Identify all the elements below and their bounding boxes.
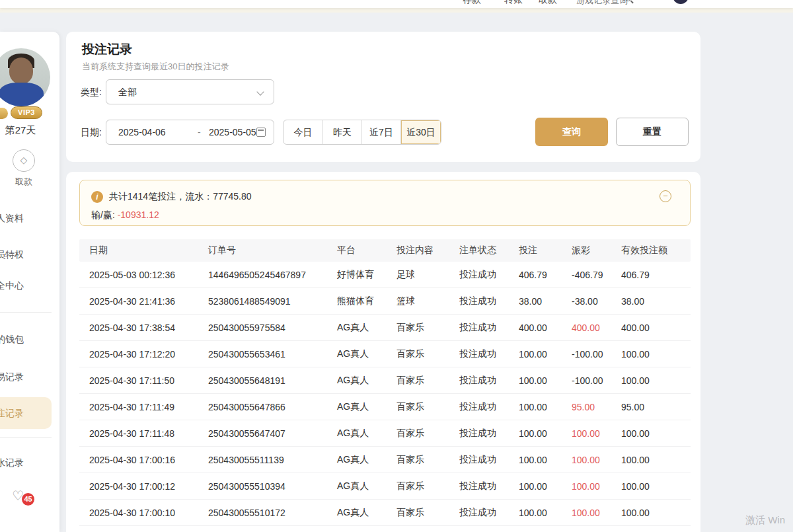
table-header-cell: 投注 <box>519 245 572 256</box>
cell-date: 2025-04-30 17:00:16 <box>89 455 208 465</box>
cell-order: 250430055647407 <box>208 428 337 439</box>
nav-user-avatar[interactable] <box>673 0 689 4</box>
summary-turnover-value: 77745.80 <box>213 191 251 202</box>
summary-line2: 输/赢: -10931.12 <box>91 209 159 221</box>
info-icon: i <box>91 191 103 203</box>
vip-badge: VIP3 <box>11 106 42 119</box>
table-header-cell: 日期 <box>89 245 208 256</box>
cell-platform: AG真人 <box>337 454 397 466</box>
cell-date: 2025-04-30 21:41:36 <box>89 296 208 307</box>
cell-platform: AG真人 <box>337 348 397 360</box>
sidebar: VIP3 第27天 ◇ 取款 个人资料 会员特权 安全中心 我的钱包 交易记录 … <box>0 32 59 532</box>
page-title: 投注记录 <box>82 41 132 58</box>
summary-winloss-label: 输/赢: <box>91 209 118 220</box>
cell-status: 投注成功 <box>459 322 519 334</box>
nav-item-withdraw[interactable]: 取款 <box>539 0 557 6</box>
table-header-cell: 注单状态 <box>459 245 519 256</box>
cell-date: 2025-04-30 17:00:12 <box>89 481 208 492</box>
cell-content: 百家乐 <box>397 322 459 334</box>
cell-content: 百家乐 <box>397 375 459 387</box>
quick-action-withdraw[interactable]: ◇ 取款 <box>0 149 48 188</box>
notification-badge: 45 <box>22 493 34 506</box>
sidebar-item-profile[interactable]: 个人资料 <box>0 207 24 229</box>
cell-content: 百家乐 <box>397 428 459 439</box>
filter-card: 投注记录 当前系统支持查询最近30日的投注记录 类型: 全部 日期: 2025-… <box>66 32 700 162</box>
cell-bet: 100.00 <box>519 402 572 412</box>
avatar-face <box>9 57 33 84</box>
cell-bet: 100.00 <box>519 481 572 492</box>
calendar-icon[interactable] <box>256 128 266 137</box>
table-row: 2025-04-30 17:12:20250430055653461AG真人百家… <box>79 341 691 367</box>
cell-status: 投注成功 <box>459 401 519 413</box>
cell-payout: -406.79 <box>572 270 621 280</box>
cell-status: 投注成功 <box>459 295 519 307</box>
type-select[interactable]: 全部 <box>106 79 274 104</box>
avatar-shirt <box>0 83 44 106</box>
cell-date: 2025-04-30 17:11:48 <box>89 428 208 439</box>
cell-bet: 100.00 <box>519 455 572 465</box>
cell-payout: 100.00 <box>572 428 621 439</box>
table-row: 2025-04-30 17:38:54250430055975584AG真人百家… <box>79 315 691 341</box>
range-yesterday-button[interactable]: 昨天 <box>322 120 361 144</box>
sidebar-item-wallet[interactable]: 我的钱包 <box>0 328 24 350</box>
chevron-down-icon <box>256 88 264 95</box>
cell-platform: AG真人 <box>337 322 397 334</box>
date-label: 日期: <box>81 127 102 139</box>
cell-content: 篮球 <box>397 295 459 307</box>
sidebar-item-transaction-records[interactable]: 交易记录 <box>0 365 24 388</box>
reset-button[interactable]: 重置 <box>616 118 689 146</box>
cell-status: 投注成功 <box>459 428 519 439</box>
collapse-icon[interactable]: − <box>660 190 671 202</box>
cell-date: 2025-04-30 17:12:20 <box>89 349 208 360</box>
range-30days-button[interactable]: 近30日 <box>400 120 441 144</box>
cell-valid: 406.79 <box>621 270 691 280</box>
summary-winloss-value: -10931.12 <box>118 209 159 220</box>
date-start-value: 2025-04-06 <box>118 120 166 144</box>
date-range-input[interactable]: 2025-04-06 - 2025-05-05 <box>106 120 274 145</box>
table-header-cell: 有效投注额 <box>621 245 691 256</box>
vip-medal-icon <box>0 108 8 119</box>
cell-payout: 100.00 <box>572 455 621 465</box>
cell-order: 250430055510394 <box>208 481 337 492</box>
cell-valid: 95.00 <box>621 402 691 412</box>
cell-date: 2025-05-03 00:12:36 <box>89 270 208 280</box>
type-label: 类型: <box>81 87 102 98</box>
nav-item-transfer[interactable]: 转账 <box>504 0 523 6</box>
cell-platform: AG真人 <box>337 428 397 439</box>
cell-order: 250430055975584 <box>208 323 337 333</box>
cell-order: 250430055511139 <box>208 455 337 465</box>
nav-item-deposit[interactable]: 存款 <box>463 0 481 6</box>
cell-platform: AG真人 <box>337 480 397 492</box>
results-card: i 共计1414笔投注，流水：77745.80 输/赢: -10931.12 −… <box>66 172 700 532</box>
table-row: 2025-04-30 17:00:16250430055511139AG真人百家… <box>79 447 691 473</box>
cell-order: 5238061488549091 <box>208 296 337 307</box>
cell-date: 2025-04-30 17:11:50 <box>89 375 208 386</box>
range-7days-button[interactable]: 近7日 <box>361 120 400 144</box>
cell-order: 250430055648191 <box>208 375 337 386</box>
cell-status: 投注成功 <box>459 507 519 519</box>
cell-bet: 100.00 <box>519 508 572 518</box>
cell-payout: 95.00 <box>572 402 621 412</box>
cell-payout: 100.00 <box>572 508 621 518</box>
type-select-value: 全部 <box>118 87 137 97</box>
page-subtitle: 当前系统支持查询最近30日的投注记录 <box>82 61 229 73</box>
quick-action-label: 取款 <box>0 176 48 188</box>
sidebar-item-security[interactable]: 安全中心 <box>0 274 24 297</box>
sidebar-item-privilege[interactable]: 会员特权 <box>0 243 24 266</box>
table-header-cell: 订单号 <box>208 245 337 256</box>
sidebar-divider <box>0 312 52 313</box>
nav-search[interactable]: 游戏记录查询 <box>576 0 628 7</box>
cell-payout: 400.00 <box>572 323 621 333</box>
user-avatar[interactable] <box>0 48 50 106</box>
range-today-button[interactable]: 今日 <box>283 120 322 144</box>
summary-count: 共计1414笔投注， <box>109 191 185 202</box>
cell-platform: AG真人 <box>337 507 397 519</box>
sidebar-item-rebate-records[interactable]: 返水记录 <box>0 451 24 474</box>
sidebar-item-bet-records[interactable]: 投注记录 <box>0 402 24 424</box>
cell-bet: 100.00 <box>519 428 572 439</box>
cell-bet: 38.00 <box>519 296 572 307</box>
table-header-cell: 派彩 <box>572 245 621 256</box>
cell-valid: 100.00 <box>621 455 691 465</box>
query-button[interactable]: 查询 <box>535 118 608 146</box>
membership-day-label: 第27天 <box>0 124 44 137</box>
